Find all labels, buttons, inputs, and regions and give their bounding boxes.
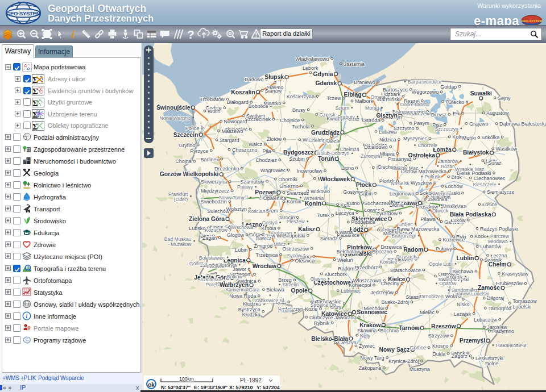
svg-text:Bolesławiec: Bolesławiec bbox=[199, 255, 225, 261]
svg-text:Bochnia: Bochnia bbox=[380, 328, 399, 333]
svg-text:Maków Maz.: Maków Maz. bbox=[392, 165, 419, 171]
svg-text:Wolsztyn: Wolsztyn bbox=[226, 206, 247, 212]
svg-text:Maszewo: Maszewo bbox=[221, 128, 243, 134]
svg-text:Przedbórz: Przedbórz bbox=[354, 265, 378, 270]
svg-text:Sianów: Sianów bbox=[265, 88, 282, 94]
svg-text:Milicz: Milicz bbox=[274, 241, 286, 247]
svg-text:Żmigród: Żmigród bbox=[254, 243, 272, 249]
svg-text:Rybnik: Rybnik bbox=[314, 320, 330, 326]
svg-text:Ełk: Ełk bbox=[453, 111, 460, 116]
svg-text:Brok: Brok bbox=[452, 174, 462, 180]
svg-text:Błonie: Błonie bbox=[390, 202, 404, 208]
svg-text:Przysucha: Przysucha bbox=[396, 254, 419, 260]
svg-text:Skawina: Skawina bbox=[357, 328, 377, 333]
svg-text:Nowy Sącz: Nowy Sącz bbox=[379, 347, 410, 353]
svg-text:Śrem: Śrem bbox=[266, 207, 279, 214]
svg-text:Kalisz: Kalisz bbox=[298, 226, 315, 232]
svg-text:Opole: Opole bbox=[291, 287, 308, 294]
svg-text:Jastarnia: Jastarnia bbox=[344, 61, 365, 67]
svg-text:Toruń: Toruń bbox=[318, 156, 334, 162]
svg-text:Kęty: Kęty bbox=[360, 333, 371, 339]
svg-text:Krynica-Zdrój: Krynica-Zdrój bbox=[388, 358, 419, 364]
svg-text:Płock: Płock bbox=[356, 182, 372, 188]
svg-text:Kraśnik: Kraśnik bbox=[446, 274, 463, 280]
svg-text:Sandomierz: Sandomierz bbox=[452, 287, 478, 293]
svg-text:Olecko: Olecko bbox=[448, 99, 464, 105]
svg-text:Prudnik: Prudnik bbox=[278, 308, 295, 314]
svg-text:Нижанковичи: Нижанковичи bbox=[496, 343, 527, 348]
svg-text:Zakopane: Zakopane bbox=[358, 365, 381, 371]
svg-text:Parczew: Parczew bbox=[490, 233, 510, 239]
svg-text:Władysławowo: Władysławowo bbox=[295, 56, 329, 62]
svg-text:Wschowa: Wschowa bbox=[232, 224, 253, 230]
svg-text:Chęciny: Chęciny bbox=[380, 281, 399, 286]
svg-text:Bychawa: Bychawa bbox=[452, 269, 473, 274]
svg-text:i: i bbox=[72, 28, 75, 40]
svg-text:Bielsko-Biała: Bielsko-Biała bbox=[311, 336, 348, 342]
svg-text:Gdynia: Gdynia bbox=[313, 71, 333, 77]
svg-text:Łuków: Łuków bbox=[450, 218, 466, 223]
svg-text:Lubartów: Lubartów bbox=[480, 244, 502, 249]
svg-text:Bydgoszcz: Bydgoszcz bbox=[283, 149, 314, 156]
svg-text:Gorzów Wielkopolski: Gorzów Wielkopolski bbox=[160, 171, 219, 177]
svg-text:Strzyżów: Strzyżów bbox=[428, 333, 449, 339]
svg-text:Węgorzewo: Węgorzewo bbox=[412, 89, 439, 95]
svg-text:Lubaczów: Lubaczów bbox=[474, 317, 497, 323]
svg-text:Poddębice: Poddębice bbox=[351, 219, 375, 225]
svg-text:Krosno: Krosno bbox=[432, 343, 449, 349]
svg-text:Miechów: Miechów bbox=[363, 306, 384, 311]
svg-text:Puławy: Puławy bbox=[436, 246, 453, 252]
svg-text:Żywiec: Żywiec bbox=[359, 343, 375, 349]
svg-text:Rawa Mazowiecka: Rawa Mazowiecka bbox=[397, 226, 440, 232]
svg-text:Pilawa: Pilawa bbox=[421, 216, 436, 222]
svg-text:Zielonka: Zielonka bbox=[428, 197, 447, 202]
svg-text:Nasielsk: Nasielsk bbox=[391, 181, 410, 186]
svg-text:Inowrocław: Inowrocław bbox=[297, 168, 323, 174]
svg-text:Багратионовск: Багратионовск bbox=[408, 79, 441, 85]
svg-text:Białystok: Białystok bbox=[463, 149, 489, 156]
svg-text:Zambrów: Zambrów bbox=[438, 159, 459, 164]
svg-text:Jaworzno: Jaworzno bbox=[334, 315, 357, 320]
svg-text:Tczew: Tczew bbox=[326, 95, 341, 101]
svg-text:Krotoszyn: Krotoszyn bbox=[270, 230, 292, 236]
svg-text:Opatów: Opatów bbox=[440, 281, 457, 286]
svg-text:E: 19°33′19.9″: E: 19°33′19.9″ bbox=[194, 385, 228, 390]
svg-text:Barlinek: Barlinek bbox=[200, 157, 219, 162]
svg-text:?: ? bbox=[187, 28, 195, 41]
svg-text:Kościan: Kościan bbox=[248, 208, 266, 214]
svg-text:Ząbkowice Śl.: Ząbkowice Śl. bbox=[255, 297, 286, 303]
svg-text:Stargard: Stargard bbox=[220, 137, 239, 143]
svg-text:Darłowo: Darłowo bbox=[245, 77, 263, 82]
svg-text:Otwock: Otwock bbox=[432, 208, 449, 214]
svg-text:Busko-Zdrój: Busko-Zdrój bbox=[381, 299, 409, 305]
svg-text:Suraż: Suraż bbox=[488, 160, 502, 166]
svg-text:Lublin: Lublin bbox=[456, 255, 474, 261]
svg-text:Braniewo: Braniewo bbox=[354, 80, 375, 85]
svg-text:i: i bbox=[26, 313, 28, 319]
svg-text:Ostrołęka: Ostrołęka bbox=[408, 152, 435, 159]
svg-text:Trzebnica: Trzebnica bbox=[255, 252, 278, 258]
svg-text:Włodawa: Włodawa bbox=[487, 239, 508, 244]
svg-text:Sieradz: Sieradz bbox=[320, 236, 338, 241]
svg-text:Chodzież: Chodzież bbox=[255, 157, 277, 163]
svg-text:Sokółka: Sokółka bbox=[481, 135, 499, 140]
svg-text:Σ: Σ bbox=[32, 75, 38, 84]
svg-text:Piła: Piła bbox=[263, 148, 271, 154]
svg-text:Barczewo: Barczewo bbox=[410, 111, 433, 116]
svg-text:Szczuczyn: Szczuczyn bbox=[435, 126, 458, 132]
svg-text:Muszyna: Muszyna bbox=[410, 366, 430, 372]
svg-text:Wieluń: Wieluń bbox=[337, 257, 353, 263]
svg-text:Rzeszów: Rzeszów bbox=[431, 323, 456, 330]
svg-text:Złotów: Złotów bbox=[267, 136, 282, 142]
svg-text:Tarnogród: Tarnogród bbox=[488, 306, 511, 311]
svg-text:Łosice: Łosice bbox=[482, 202, 497, 207]
svg-text:X: 579210: X: 579210 bbox=[229, 385, 253, 390]
svg-text:Gostyń: Gostyń bbox=[262, 220, 277, 226]
svg-text:Chojna: Chojna bbox=[175, 159, 192, 164]
svg-text:Ciechanowiec: Ciechanowiec bbox=[473, 176, 506, 181]
svg-text:Bełchatów: Bełchatów bbox=[336, 249, 360, 255]
svg-text:Lubin: Lubin bbox=[235, 247, 247, 253]
svg-text:Chorzele: Chorzele bbox=[418, 143, 438, 148]
svg-text:Lubliniec: Lubliniec bbox=[341, 288, 361, 294]
svg-text:Opole Lub.: Opole Lub. bbox=[429, 261, 453, 267]
